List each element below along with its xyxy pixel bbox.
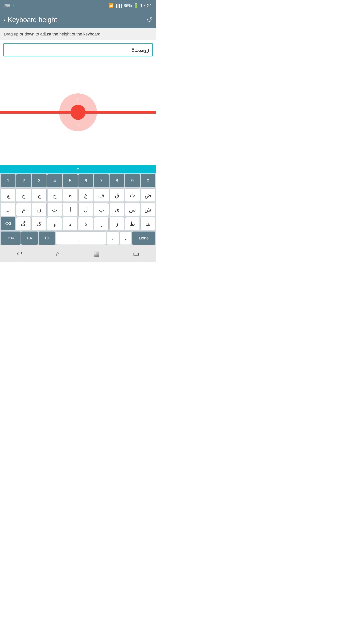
number-row: 1 2 3 4 5 6 7 8 9 0 (0, 174, 156, 188)
refresh-button[interactable]: ↺ (147, 16, 152, 24)
header-left: ‹ Keyboard height (4, 16, 57, 24)
key-lam[interactable]: ل (78, 203, 93, 216)
drag-handle-inner (70, 105, 86, 120)
key-9[interactable]: 9 (125, 174, 140, 187)
key-zay[interactable]: ز (109, 217, 124, 230)
space-key[interactable]: ⎵ (56, 232, 106, 245)
home-nav-icon: ⌂ (56, 250, 60, 258)
status-bar: ⌨ ✈ 📶 ▐▐▐ 86% 🔋 17:21 (0, 0, 156, 11)
home-nav-button[interactable]: ⌂ (50, 248, 66, 260)
key-alef[interactable]: ا (63, 203, 78, 216)
key-che[interactable]: چ (1, 188, 15, 202)
menu-nav-button[interactable]: ▭ (127, 248, 145, 260)
status-icons-left: ⌨ ✈ (4, 3, 15, 8)
key-je[interactable]: ج (16, 188, 31, 202)
recent-nav-icon: ▦ (93, 250, 99, 258)
content-area: ⌃ ⌄ (0, 60, 156, 165)
settings-key[interactable]: ⚙ (39, 232, 55, 245)
key-7[interactable]: 7 (94, 174, 109, 187)
drag-handle[interactable]: ⌃ ⌄ (59, 94, 97, 131)
arabic-row-3: ⌫ گ ک و د ذ ر ز ط ظ (0, 216, 156, 231)
key-8[interactable]: 8 (109, 174, 124, 187)
header: ‹ Keyboard height ↺ (0, 11, 156, 28)
key-ha[interactable]: ه (63, 188, 78, 202)
chevron-down-icon: ⌄ (76, 121, 80, 126)
key-ta[interactable]: ت (47, 203, 62, 216)
chevron-up-icon: ⌃ (76, 98, 80, 103)
key-5[interactable]: 5 (63, 174, 78, 187)
key-3[interactable]: 3 (32, 174, 46, 187)
menu-nav-icon: ▭ (133, 250, 139, 258)
signal-icon: ▐▐▐ (115, 4, 122, 8)
key-kaf[interactable]: ک (31, 217, 46, 230)
page-title: Keyboard height (8, 16, 57, 24)
arabic-row-2: پ م ن ت ا ل ب ی س ش (0, 202, 156, 216)
key-1[interactable]: 1 (1, 174, 15, 187)
send-icon: ✈ (12, 3, 15, 8)
key-sin[interactable]: س (125, 203, 140, 216)
key-he[interactable]: ح (32, 188, 46, 202)
key-tha[interactable]: ث (125, 188, 140, 202)
key-dhad[interactable]: ض (141, 188, 155, 202)
status-icons-right: 📶 ▐▐▐ 86% 🔋 17:21 (108, 3, 152, 9)
battery-percent: 86% (124, 3, 132, 8)
keyboard-handle-bar[interactable]: ≡ (0, 165, 156, 174)
key-ya[interactable]: ی (109, 203, 124, 216)
back-nav-button[interactable]: ↩ (11, 248, 28, 260)
key-pe[interactable]: پ (1, 203, 15, 216)
done-key[interactable]: Done (132, 232, 155, 245)
key-waw[interactable]: و (47, 217, 62, 230)
key-ra[interactable]: ر (94, 217, 109, 230)
wifi-icon: 📶 (108, 3, 113, 8)
key-6[interactable]: 6 (78, 174, 93, 187)
nav-bar: ↩ ⌂ ▦ ▭ (0, 245, 156, 262)
key-dhah[interactable]: ظ (140, 217, 155, 230)
key-2[interactable]: 2 (16, 174, 31, 187)
key-shin[interactable]: ش (141, 203, 155, 216)
key-mim[interactable]: م (16, 203, 31, 216)
keyboard-status-icon: ⌨ (4, 3, 10, 8)
key-fa[interactable]: ف (94, 188, 109, 202)
comma-key[interactable]: ، (119, 232, 131, 245)
back-button[interactable]: ‹ (4, 16, 6, 23)
backspace-key[interactable]: ⌫ (1, 217, 15, 230)
subtitle-text: Drag up or down to adjust the height of … (4, 32, 102, 36)
key-gaf[interactable]: گ (16, 217, 31, 230)
key-dhal[interactable]: ذ (78, 217, 93, 230)
bottom-row: ☺1# FA ⚙ ⎵ . ، Done (0, 231, 156, 245)
key-ain[interactable]: ع (78, 188, 93, 202)
key-4[interactable]: 4 (47, 174, 62, 187)
key-qaf[interactable]: ق (109, 188, 124, 202)
key-dal[interactable]: د (63, 217, 77, 230)
emoji-number-key[interactable]: ☺1# (1, 232, 20, 245)
keyboard-container: ≡ 1 2 3 4 5 6 7 8 9 0 چ ج ح خ ه ع ف ق ث … (0, 165, 156, 245)
key-khe[interactable]: خ (47, 188, 62, 202)
text-input[interactable] (3, 43, 153, 56)
language-key[interactable]: FA (21, 232, 38, 245)
input-area (0, 40, 156, 60)
key-0[interactable]: 0 (141, 174, 155, 187)
subtitle-bar: Drag up or down to adjust the height of … (0, 28, 156, 40)
battery-icon: 🔋 (133, 3, 139, 8)
key-ba[interactable]: ب (94, 203, 109, 216)
arabic-row-1: چ ج ح خ ه ع ف ق ث ض (0, 188, 156, 202)
key-nun[interactable]: ن (32, 203, 46, 216)
recent-nav-button[interactable]: ▦ (87, 248, 105, 260)
back-nav-icon: ↩ (17, 250, 22, 258)
period-key[interactable]: . (107, 232, 119, 245)
key-tah[interactable]: ط (125, 217, 140, 230)
handle-lines-icon: ≡ (77, 167, 79, 172)
clock: 17:21 (140, 3, 152, 9)
